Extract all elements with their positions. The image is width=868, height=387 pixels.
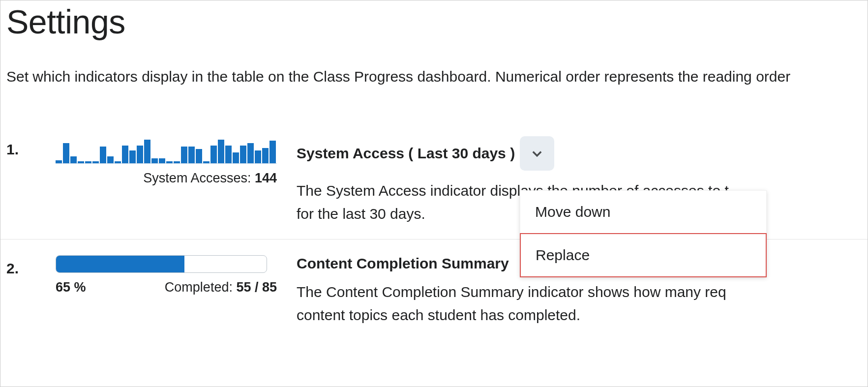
sparkline-bar bbox=[203, 161, 210, 163]
settings-description: Set which indicators display in the tabl… bbox=[6, 66, 868, 87]
sparkline-viz: System Accesses: 144 bbox=[56, 136, 277, 186]
sparkline-bar bbox=[225, 146, 232, 163]
sparkline-bar bbox=[56, 160, 62, 163]
page-title: Settings bbox=[6, 2, 868, 41]
chevron-down-icon bbox=[530, 147, 544, 160]
sparkline-bar bbox=[137, 146, 143, 163]
sparkline-bar bbox=[129, 150, 136, 163]
sparkline-bar bbox=[233, 152, 239, 163]
sparkline-value: 144 bbox=[255, 171, 277, 185]
indicator-1-menu-button[interactable] bbox=[520, 136, 554, 171]
sparkline-bar bbox=[269, 141, 276, 163]
sparkline-bar bbox=[218, 140, 224, 163]
menu-item-move-down[interactable]: Move down bbox=[520, 190, 767, 233]
sparkline-label: System Accesses: bbox=[143, 171, 255, 185]
sparkline-bar bbox=[174, 161, 180, 163]
completion-progress-fill bbox=[56, 256, 184, 272]
ordinal-1: 1. bbox=[6, 136, 56, 158]
progress-viz: 65 % Completed: 55 / 85 bbox=[56, 255, 277, 295]
sparkline-bar bbox=[262, 148, 269, 163]
indicator-2-description: The Content Completion Summary indicator… bbox=[297, 281, 868, 327]
sparkline-bar bbox=[85, 161, 91, 163]
sparkline-bar bbox=[196, 149, 202, 163]
indicator-menu: Move down Replace bbox=[520, 190, 767, 277]
completion-progress-bar bbox=[56, 255, 267, 273]
sparkline-bar bbox=[115, 161, 121, 163]
menu-item-replace[interactable]: Replace bbox=[520, 233, 767, 277]
settings-frame: Settings Set which indicators display in… bbox=[0, 0, 868, 387]
sparkline-bar bbox=[151, 158, 158, 163]
ordinal-2: 2. bbox=[6, 255, 56, 277]
progress-caption: 65 % Completed: 55 / 85 bbox=[56, 280, 277, 295]
sparkline-bar bbox=[188, 147, 195, 163]
sparkline-bar bbox=[144, 140, 150, 163]
progress-percent: 65 % bbox=[56, 280, 86, 295]
sparkline-bar bbox=[100, 147, 106, 163]
sparkline-bar bbox=[166, 161, 173, 163]
sparkline-bar bbox=[92, 161, 99, 163]
sparkline-bar bbox=[247, 143, 254, 163]
sparkline-bar bbox=[240, 146, 246, 163]
sparkline-caption: System Accesses: 144 bbox=[56, 171, 277, 186]
sparkline-bar bbox=[78, 161, 84, 163]
progress-fraction: Completed: 55 / 85 bbox=[165, 280, 277, 295]
system-access-sparkline bbox=[56, 136, 277, 164]
indicator-1-title: System Access ( Last 30 days ) bbox=[297, 145, 515, 162]
sparkline-bar bbox=[181, 147, 187, 163]
sparkline-bar bbox=[63, 143, 69, 163]
indicator-2-title: Content Completion Summary bbox=[297, 255, 509, 272]
sparkline-bar bbox=[255, 150, 261, 163]
sparkline-bar bbox=[122, 146, 128, 163]
sparkline-bar bbox=[210, 146, 217, 163]
sparkline-bar bbox=[107, 156, 114, 163]
sparkline-bar bbox=[70, 156, 77, 163]
sparkline-bar bbox=[159, 158, 165, 163]
